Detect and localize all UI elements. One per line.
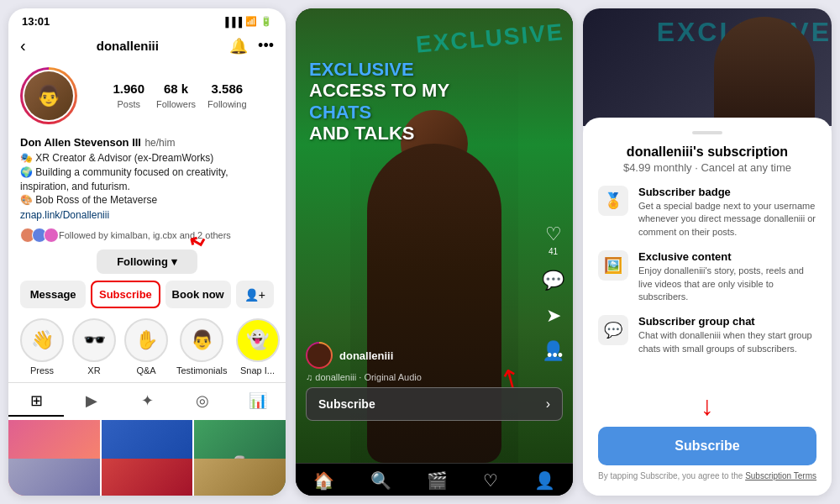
likes-count: 41 — [549, 247, 558, 256]
highlight-xr[interactable]: 🕶️ XR — [72, 318, 116, 375]
time: 13:01 — [22, 15, 50, 28]
following-stat: 3.586 Following — [207, 81, 246, 111]
follow-dropdown: Following ▾ ↵ — [20, 249, 274, 274]
nav-icons: 🔔 ••• — [229, 37, 274, 55]
reel-like-action[interactable]: ♡ 41 — [545, 223, 562, 256]
highlight-qa[interactable]: ✋ Q&A — [124, 318, 168, 375]
avatar: 👨 — [20, 67, 77, 124]
signal-icon: ▐▐▐ — [223, 17, 242, 27]
tab-reels[interactable]: ▶ — [64, 386, 119, 417]
reel-bottom: donalleniii ••• ♫ donalleniii · Original… — [296, 342, 573, 421]
feature-badge-desc: Get a special badge next to your usernam… — [638, 200, 816, 239]
share-icon: ➤ — [546, 305, 561, 327]
sub-title: donalleniii's subscription — [598, 144, 816, 160]
subscription-terms-link[interactable]: Subscription Terms — [745, 471, 816, 480]
feature-content: 🖼️ Exclusive content Enjoy donalleniii's… — [598, 250, 816, 303]
more-icon[interactable]: ••• — [258, 37, 274, 55]
feature-badge-content: Subscriber badge Get a special badge nex… — [638, 186, 816, 239]
posts-count: 1.960 — [113, 81, 144, 96]
reel-text-exclusive: EXCLUSIVE — [309, 59, 449, 80]
highlight-snap-circle: 👻 — [236, 318, 280, 362]
reel-subscribe-arrow: › — [546, 396, 550, 412]
tab-saved[interactable]: ◎ — [175, 386, 230, 417]
highlights: 👋 Press 🕶️ XR ✋ Q&A 👨 Testimonials 👻 Sna… — [8, 312, 286, 382]
feature-groupchat-content: Subscriber group chat Chat with donallen… — [638, 315, 816, 355]
highlight-xr-label: XR — [87, 365, 100, 375]
comment-icon: 💬 — [542, 270, 564, 291]
bio-link[interactable]: znap.link/Donalleniii — [20, 209, 274, 221]
highlight-testimonials[interactable]: 👨 Testimonials — [176, 318, 228, 375]
highlight-press-label: Press — [30, 365, 54, 375]
feature-content-title: Exclusive content — [638, 250, 816, 263]
book-button[interactable]: Book now — [165, 281, 231, 308]
reel-audio: ♫ donalleniii · Original Audio — [306, 372, 563, 382]
reel-subscribe-text: Subscribe — [318, 397, 375, 411]
reel-nav: 🏠 🔍 🎬 ♡ 👤 — [296, 463, 573, 496]
action-buttons: Message Subscribe Book now 👤+ — [8, 277, 286, 312]
highlight-snap[interactable]: 👻 Snap I... — [236, 318, 280, 375]
reel-nav-profile[interactable]: 👤 — [534, 470, 555, 491]
reel-avatar-inner — [307, 344, 331, 367]
tab-bar: ⊞ ▶ ✦ ◎ 📊 — [8, 382, 286, 420]
posts-label: Posts — [117, 99, 140, 109]
followers-count: 68 k — [156, 81, 196, 96]
reel-comment-action[interactable]: 💬 — [542, 270, 564, 291]
follower-avatar-3 — [44, 228, 59, 243]
tab-grid[interactable]: ⊞ — [8, 386, 64, 417]
reel-nav-reels[interactable]: 🎬 — [427, 470, 448, 491]
avatar-image: 👨 — [24, 71, 73, 120]
reel-more-options[interactable]: ••• — [547, 347, 563, 365]
reel-subscribe-bar[interactable]: Subscribe › — [306, 387, 563, 421]
add-person-button[interactable]: 👤+ — [236, 281, 274, 308]
nav-username: donalleniii — [97, 39, 159, 53]
sub-top-image: EXCLUSIVE — [583, 8, 832, 126]
reel-nav-like[interactable]: ♡ — [483, 470, 498, 491]
heart-icon: ♡ — [545, 223, 562, 245]
sub-handle — [692, 131, 722, 134]
main-subscribe-button[interactable]: Subscribe — [598, 427, 816, 465]
message-button[interactable]: Message — [20, 281, 86, 308]
reel-nav-search[interactable]: 🔍 — [370, 470, 391, 491]
grid-photo-4 — [8, 459, 100, 496]
reel-user-row: donalleniii ••• — [306, 342, 563, 369]
reel-video: EXCLUSIVE EXCLUSIVE ACCESS TO MY CHATS A… — [296, 8, 573, 463]
battery-icon: 🔋 — [260, 16, 272, 27]
following-label: Following — [207, 99, 246, 109]
following-count: 3.586 — [207, 81, 246, 96]
profile-stats: 👨 1.960 Posts 68 k Followers 3.586 Follo… — [8, 60, 286, 131]
sub-modal: donalleniii's subscription $4.99 monthly… — [583, 118, 832, 496]
sub-price: $4.99 monthly · Cancel at any time — [598, 161, 816, 174]
reel-share-action[interactable]: ➤ — [546, 305, 561, 327]
bell-icon[interactable]: 🔔 — [229, 37, 248, 55]
feature-groupchat-desc: Chat with donalleniii when they start gr… — [638, 329, 816, 355]
tab-tagged[interactable]: ✦ — [119, 386, 175, 417]
following-button[interactable]: Following ▾ ↵ — [97, 249, 197, 274]
feature-content-desc: Enjoy donalleniii's story, posts, reels … — [638, 265, 816, 303]
highlight-press[interactable]: 👋 Press — [20, 318, 64, 375]
reel-nav-home[interactable]: 🏠 — [313, 470, 334, 491]
sub-footer: ↓ Subscribe By tapping Subscribe, you ag… — [598, 382, 816, 482]
bio-pronoun: he/him — [144, 137, 175, 149]
reel-panel: EXCLUSIVE EXCLUSIVE ACCESS TO MY CHATS A… — [296, 8, 573, 496]
grid-photo-6: 122 — [194, 459, 286, 496]
nav-bar: ‹ donalleniii 🔔 ••• — [8, 31, 286, 60]
highlight-qa-label: Q&A — [136, 365, 155, 375]
feature-groupchat: 💬 Subscriber group chat Chat with donall… — [598, 315, 816, 355]
highlight-xr-circle: 🕶️ — [72, 318, 116, 362]
stats-grid: 1.960 Posts 68 k Followers 3.586 Followi… — [86, 81, 274, 111]
highlight-qa-circle: ✋ — [124, 318, 168, 362]
bio-text: 🎭 XR Creator & Advisor (ex-DreamWorks) 🌍… — [20, 151, 274, 207]
status-bar: 13:01 ▐▐▐ 📶 🔋 — [8, 8, 286, 31]
tab-professional[interactable]: 📊 — [230, 386, 286, 417]
photo-grid: 🗿 122 — [8, 420, 286, 496]
bio-name: Don Allen Stevenson III — [20, 136, 141, 149]
followed-by: Followed by kimalban, ig.cbx and 2 other… — [8, 226, 286, 246]
red-arrow-sub-button: ↓ — [598, 391, 816, 422]
grid-photo-5 — [102, 459, 193, 496]
subscribe-button[interactable]: Subscribe — [91, 281, 160, 308]
highlight-testimonials-label: Testimonials — [176, 365, 228, 375]
highlight-snap-label: Snap I... — [240, 365, 275, 375]
back-button[interactable]: ‹ — [20, 36, 26, 55]
reel-avatar — [306, 342, 333, 369]
feature-badge: 🏅 Subscriber badge Get a special badge n… — [598, 186, 816, 239]
